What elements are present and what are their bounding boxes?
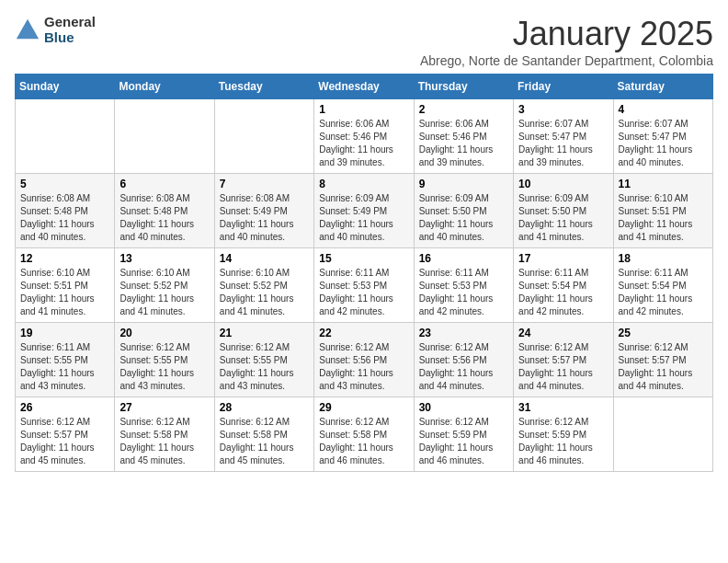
day-info: Sunrise: 6:10 AMSunset: 5:51 PMDaylight:… [20,267,109,318]
day-info: Sunrise: 6:06 AMSunset: 5:46 PMDaylight:… [419,118,508,169]
day-info: Sunrise: 6:11 AMSunset: 5:53 PMDaylight:… [319,267,408,318]
day-number: 14 [220,252,309,265]
calendar-day-cell: 1Sunrise: 6:06 AMSunset: 5:46 PMDaylight… [314,99,414,174]
calendar-day-cell: 19Sunrise: 6:11 AMSunset: 5:55 PMDayligh… [16,323,115,397]
calendar-day-cell: 21Sunrise: 6:12 AMSunset: 5:55 PMDayligh… [214,323,313,397]
calendar-day-cell: 2Sunrise: 6:06 AMSunset: 5:46 PMDaylight… [414,99,513,174]
day-number: 19 [20,327,109,339]
day-info: Sunrise: 6:08 AMSunset: 5:48 PMDaylight:… [20,192,109,244]
calendar-day-cell: 30Sunrise: 6:12 AMSunset: 5:59 PMDayligh… [414,397,513,472]
day-of-week-header: Sunday [16,75,115,99]
page-header: General Blue January 2025 Abrego, Norte … [15,15,713,68]
calendar-day-cell: 4Sunrise: 6:07 AMSunset: 5:47 PMDaylight… [613,99,712,174]
day-number: 11 [619,178,708,190]
day-info: Sunrise: 6:12 AMSunset: 5:57 PMDaylight:… [619,341,708,393]
day-number: 4 [619,103,708,116]
calendar-day-cell: 28Sunrise: 6:12 AMSunset: 5:58 PMDayligh… [214,397,313,472]
day-info: Sunrise: 6:12 AMSunset: 5:55 PMDaylight:… [119,341,209,393]
calendar-day-cell: 14Sunrise: 6:10 AMSunset: 5:52 PMDayligh… [214,248,313,323]
day-info: Sunrise: 6:12 AMSunset: 5:59 PMDaylight:… [419,416,508,467]
day-info: Sunrise: 6:12 AMSunset: 5:58 PMDaylight:… [119,416,209,467]
day-of-week-header: Wednesday [314,75,414,99]
day-info: Sunrise: 6:09 AMSunset: 5:49 PMDaylight:… [319,192,408,244]
calendar-day-cell: 26Sunrise: 6:12 AMSunset: 5:57 PMDayligh… [16,397,115,472]
day-info: Sunrise: 6:11 AMSunset: 5:53 PMDaylight:… [419,267,508,318]
day-info: Sunrise: 6:12 AMSunset: 5:58 PMDaylight:… [220,416,309,467]
logo-icon [15,17,40,43]
day-info: Sunrise: 6:12 AMSunset: 5:58 PMDaylight:… [319,416,408,467]
calendar-day-cell: 6Sunrise: 6:08 AMSunset: 5:48 PMDaylight… [115,174,214,248]
calendar-day-cell: 23Sunrise: 6:12 AMSunset: 5:56 PMDayligh… [414,323,513,397]
day-number: 16 [419,252,508,265]
calendar-day-cell: 18Sunrise: 6:11 AMSunset: 5:54 PMDayligh… [613,248,712,323]
day-of-week-header: Tuesday [214,75,313,99]
day-number: 28 [220,401,309,414]
day-number: 5 [20,178,109,190]
day-info: Sunrise: 6:10 AMSunset: 5:51 PMDaylight:… [619,192,708,244]
calendar-day-cell: 20Sunrise: 6:12 AMSunset: 5:55 PMDayligh… [115,323,214,397]
day-number: 23 [419,327,508,339]
calendar-day-cell [115,99,214,174]
day-number: 31 [518,401,608,414]
day-number: 9 [419,178,508,190]
day-number: 22 [319,327,408,339]
calendar-day-cell: 13Sunrise: 6:10 AMSunset: 5:52 PMDayligh… [115,248,214,323]
day-number: 12 [20,252,109,265]
day-number: 13 [119,252,209,265]
day-of-week-header: Monday [115,75,214,99]
calendar-week-row: 12Sunrise: 6:10 AMSunset: 5:51 PMDayligh… [16,248,713,323]
day-info: Sunrise: 6:10 AMSunset: 5:52 PMDaylight:… [119,267,209,318]
calendar-week-row: 5Sunrise: 6:08 AMSunset: 5:48 PMDaylight… [16,174,713,248]
day-number: 26 [20,401,109,414]
day-number: 2 [419,103,508,116]
location-subtitle: Abrego, Norte de Santander Department, C… [420,53,713,68]
calendar-day-cell: 11Sunrise: 6:10 AMSunset: 5:51 PMDayligh… [613,174,712,248]
day-of-week-header: Thursday [414,75,513,99]
day-number: 24 [518,327,608,339]
day-info: Sunrise: 6:08 AMSunset: 5:48 PMDaylight:… [119,192,209,244]
day-info: Sunrise: 6:08 AMSunset: 5:49 PMDaylight:… [220,192,309,244]
day-info: Sunrise: 6:07 AMSunset: 5:47 PMDaylight:… [619,118,708,169]
calendar-day-cell: 12Sunrise: 6:10 AMSunset: 5:51 PMDayligh… [16,248,115,323]
day-number: 25 [619,327,708,339]
title-area: January 2025 Abrego, Norte de Santander … [420,15,713,68]
calendar-day-cell: 10Sunrise: 6:09 AMSunset: 5:50 PMDayligh… [514,174,613,248]
day-number: 8 [319,178,408,190]
logo: General Blue [15,15,96,45]
day-number: 17 [518,252,608,265]
calendar-day-cell: 8Sunrise: 6:09 AMSunset: 5:49 PMDaylight… [314,174,414,248]
calendar-day-cell: 17Sunrise: 6:11 AMSunset: 5:54 PMDayligh… [514,248,613,323]
calendar-day-cell [214,99,313,174]
day-number: 18 [619,252,708,265]
calendar-day-cell: 9Sunrise: 6:09 AMSunset: 5:50 PMDaylight… [414,174,513,248]
calendar-day-cell: 16Sunrise: 6:11 AMSunset: 5:53 PMDayligh… [414,248,513,323]
day-info: Sunrise: 6:12 AMSunset: 5:56 PMDaylight:… [419,341,508,393]
calendar-day-cell: 3Sunrise: 6:07 AMSunset: 5:47 PMDaylight… [514,99,613,174]
day-number: 15 [319,252,408,265]
day-info: Sunrise: 6:12 AMSunset: 5:55 PMDaylight:… [220,341,309,393]
day-number: 27 [119,401,209,414]
logo-text: General Blue [44,15,96,45]
day-number: 30 [419,401,508,414]
day-number: 7 [220,178,309,190]
calendar-day-cell: 29Sunrise: 6:12 AMSunset: 5:58 PMDayligh… [314,397,414,472]
day-info: Sunrise: 6:11 AMSunset: 5:54 PMDaylight:… [518,267,608,318]
calendar-week-row: 1Sunrise: 6:06 AMSunset: 5:46 PMDaylight… [16,99,713,174]
calendar-day-cell: 15Sunrise: 6:11 AMSunset: 5:53 PMDayligh… [314,248,414,323]
day-of-week-header: Saturday [613,75,712,99]
day-info: Sunrise: 6:12 AMSunset: 5:57 PMDaylight:… [518,341,608,393]
calendar-day-cell [613,397,712,472]
calendar-header-row: SundayMondayTuesdayWednesdayThursdayFrid… [16,75,713,99]
day-info: Sunrise: 6:10 AMSunset: 5:52 PMDaylight:… [220,267,309,318]
calendar-day-cell: 27Sunrise: 6:12 AMSunset: 5:58 PMDayligh… [115,397,214,472]
day-number: 1 [319,103,408,116]
svg-marker-0 [17,18,39,38]
day-of-week-header: Friday [514,75,613,99]
day-number: 10 [518,178,608,190]
calendar-day-cell: 7Sunrise: 6:08 AMSunset: 5:49 PMDaylight… [214,174,313,248]
calendar-week-row: 19Sunrise: 6:11 AMSunset: 5:55 PMDayligh… [16,323,713,397]
day-info: Sunrise: 6:09 AMSunset: 5:50 PMDaylight:… [419,192,508,244]
calendar-day-cell: 5Sunrise: 6:08 AMSunset: 5:48 PMDaylight… [16,174,115,248]
day-info: Sunrise: 6:11 AMSunset: 5:54 PMDaylight:… [619,267,708,318]
calendar-day-cell [16,99,115,174]
